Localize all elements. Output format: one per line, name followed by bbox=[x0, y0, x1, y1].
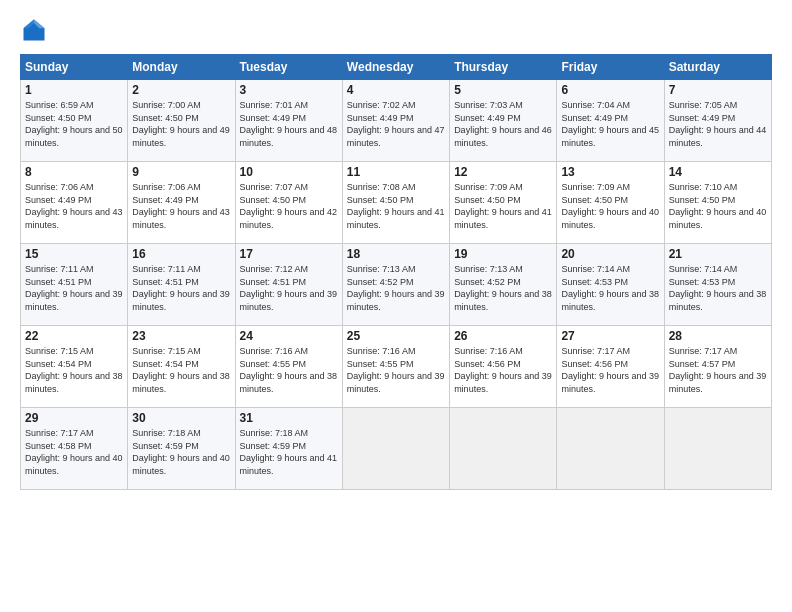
day-number: 8 bbox=[25, 165, 123, 179]
day-info: Sunrise: 7:06 AMSunset: 4:49 PMDaylight:… bbox=[25, 182, 123, 230]
calendar-cell: 26 Sunrise: 7:16 AMSunset: 4:56 PMDaylig… bbox=[450, 326, 557, 408]
calendar-cell: 3 Sunrise: 7:01 AMSunset: 4:49 PMDayligh… bbox=[235, 80, 342, 162]
calendar-cell: 12 Sunrise: 7:09 AMSunset: 4:50 PMDaylig… bbox=[450, 162, 557, 244]
calendar-cell: 19 Sunrise: 7:13 AMSunset: 4:52 PMDaylig… bbox=[450, 244, 557, 326]
calendar-cell: 4 Sunrise: 7:02 AMSunset: 4:49 PMDayligh… bbox=[342, 80, 449, 162]
day-info: Sunrise: 7:05 AMSunset: 4:49 PMDaylight:… bbox=[669, 100, 767, 148]
day-info: Sunrise: 7:00 AMSunset: 4:50 PMDaylight:… bbox=[132, 100, 230, 148]
page: SundayMondayTuesdayWednesdayThursdayFrid… bbox=[0, 0, 792, 612]
calendar-cell: 10 Sunrise: 7:07 AMSunset: 4:50 PMDaylig… bbox=[235, 162, 342, 244]
day-number: 18 bbox=[347, 247, 445, 261]
day-info: Sunrise: 7:10 AMSunset: 4:50 PMDaylight:… bbox=[669, 182, 767, 230]
calendar-cell: 15 Sunrise: 7:11 AMSunset: 4:51 PMDaylig… bbox=[21, 244, 128, 326]
day-info: Sunrise: 7:14 AMSunset: 4:53 PMDaylight:… bbox=[561, 264, 659, 312]
day-number: 26 bbox=[454, 329, 552, 343]
calendar-cell: 5 Sunrise: 7:03 AMSunset: 4:49 PMDayligh… bbox=[450, 80, 557, 162]
day-info: Sunrise: 7:16 AMSunset: 4:56 PMDaylight:… bbox=[454, 346, 552, 394]
day-info: Sunrise: 7:06 AMSunset: 4:49 PMDaylight:… bbox=[132, 182, 230, 230]
calendar-week-3: 15 Sunrise: 7:11 AMSunset: 4:51 PMDaylig… bbox=[21, 244, 772, 326]
day-info: Sunrise: 7:04 AMSunset: 4:49 PMDaylight:… bbox=[561, 100, 659, 148]
day-number: 17 bbox=[240, 247, 338, 261]
day-number: 27 bbox=[561, 329, 659, 343]
header-wednesday: Wednesday bbox=[342, 55, 449, 80]
day-number: 20 bbox=[561, 247, 659, 261]
calendar-cell: 20 Sunrise: 7:14 AMSunset: 4:53 PMDaylig… bbox=[557, 244, 664, 326]
day-info: Sunrise: 7:02 AMSunset: 4:49 PMDaylight:… bbox=[347, 100, 445, 148]
calendar-cell: 1 Sunrise: 6:59 AMSunset: 4:50 PMDayligh… bbox=[21, 80, 128, 162]
day-info: Sunrise: 7:09 AMSunset: 4:50 PMDaylight:… bbox=[561, 182, 659, 230]
calendar-cell: 25 Sunrise: 7:16 AMSunset: 4:55 PMDaylig… bbox=[342, 326, 449, 408]
day-number: 30 bbox=[132, 411, 230, 425]
calendar-header-row: SundayMondayTuesdayWednesdayThursdayFrid… bbox=[21, 55, 772, 80]
day-number: 14 bbox=[669, 165, 767, 179]
calendar-cell: 22 Sunrise: 7:15 AMSunset: 4:54 PMDaylig… bbox=[21, 326, 128, 408]
logo-icon bbox=[20, 16, 48, 44]
calendar-cell: 21 Sunrise: 7:14 AMSunset: 4:53 PMDaylig… bbox=[664, 244, 771, 326]
day-info: Sunrise: 7:03 AMSunset: 4:49 PMDaylight:… bbox=[454, 100, 552, 148]
day-number: 23 bbox=[132, 329, 230, 343]
calendar-week-5: 29 Sunrise: 7:17 AMSunset: 4:58 PMDaylig… bbox=[21, 408, 772, 490]
calendar-cell: 9 Sunrise: 7:06 AMSunset: 4:49 PMDayligh… bbox=[128, 162, 235, 244]
header-sunday: Sunday bbox=[21, 55, 128, 80]
day-info: Sunrise: 7:14 AMSunset: 4:53 PMDaylight:… bbox=[669, 264, 767, 312]
calendar-cell: 23 Sunrise: 7:15 AMSunset: 4:54 PMDaylig… bbox=[128, 326, 235, 408]
day-info: Sunrise: 7:11 AMSunset: 4:51 PMDaylight:… bbox=[132, 264, 230, 312]
day-info: Sunrise: 7:08 AMSunset: 4:50 PMDaylight:… bbox=[347, 182, 445, 230]
calendar-cell: 2 Sunrise: 7:00 AMSunset: 4:50 PMDayligh… bbox=[128, 80, 235, 162]
calendar-cell: 24 Sunrise: 7:16 AMSunset: 4:55 PMDaylig… bbox=[235, 326, 342, 408]
calendar-cell bbox=[557, 408, 664, 490]
calendar-cell: 11 Sunrise: 7:08 AMSunset: 4:50 PMDaylig… bbox=[342, 162, 449, 244]
day-info: Sunrise: 7:15 AMSunset: 4:54 PMDaylight:… bbox=[132, 346, 230, 394]
calendar-week-2: 8 Sunrise: 7:06 AMSunset: 4:49 PMDayligh… bbox=[21, 162, 772, 244]
calendar-cell: 31 Sunrise: 7:18 AMSunset: 4:59 PMDaylig… bbox=[235, 408, 342, 490]
day-number: 19 bbox=[454, 247, 552, 261]
day-info: Sunrise: 7:15 AMSunset: 4:54 PMDaylight:… bbox=[25, 346, 123, 394]
calendar-week-1: 1 Sunrise: 6:59 AMSunset: 4:50 PMDayligh… bbox=[21, 80, 772, 162]
day-info: Sunrise: 7:13 AMSunset: 4:52 PMDaylight:… bbox=[347, 264, 445, 312]
day-info: Sunrise: 7:17 AMSunset: 4:58 PMDaylight:… bbox=[25, 428, 123, 476]
logo bbox=[20, 16, 52, 44]
calendar-cell: 6 Sunrise: 7:04 AMSunset: 4:49 PMDayligh… bbox=[557, 80, 664, 162]
day-number: 13 bbox=[561, 165, 659, 179]
day-number: 1 bbox=[25, 83, 123, 97]
day-number: 15 bbox=[25, 247, 123, 261]
day-number: 24 bbox=[240, 329, 338, 343]
day-info: Sunrise: 7:18 AMSunset: 4:59 PMDaylight:… bbox=[132, 428, 230, 476]
day-number: 25 bbox=[347, 329, 445, 343]
calendar-cell: 14 Sunrise: 7:10 AMSunset: 4:50 PMDaylig… bbox=[664, 162, 771, 244]
day-info: Sunrise: 7:11 AMSunset: 4:51 PMDaylight:… bbox=[25, 264, 123, 312]
day-number: 10 bbox=[240, 165, 338, 179]
calendar-cell: 27 Sunrise: 7:17 AMSunset: 4:56 PMDaylig… bbox=[557, 326, 664, 408]
header-monday: Monday bbox=[128, 55, 235, 80]
day-number: 12 bbox=[454, 165, 552, 179]
calendar-cell: 17 Sunrise: 7:12 AMSunset: 4:51 PMDaylig… bbox=[235, 244, 342, 326]
calendar-cell bbox=[664, 408, 771, 490]
day-number: 21 bbox=[669, 247, 767, 261]
day-info: Sunrise: 6:59 AMSunset: 4:50 PMDaylight:… bbox=[25, 100, 123, 148]
calendar-cell bbox=[450, 408, 557, 490]
day-number: 6 bbox=[561, 83, 659, 97]
day-info: Sunrise: 7:16 AMSunset: 4:55 PMDaylight:… bbox=[347, 346, 445, 394]
calendar-cell: 28 Sunrise: 7:17 AMSunset: 4:57 PMDaylig… bbox=[664, 326, 771, 408]
header-saturday: Saturday bbox=[664, 55, 771, 80]
calendar-week-4: 22 Sunrise: 7:15 AMSunset: 4:54 PMDaylig… bbox=[21, 326, 772, 408]
day-number: 2 bbox=[132, 83, 230, 97]
header-thursday: Thursday bbox=[450, 55, 557, 80]
day-number: 29 bbox=[25, 411, 123, 425]
day-number: 4 bbox=[347, 83, 445, 97]
calendar-cell: 29 Sunrise: 7:17 AMSunset: 4:58 PMDaylig… bbox=[21, 408, 128, 490]
day-info: Sunrise: 7:09 AMSunset: 4:50 PMDaylight:… bbox=[454, 182, 552, 230]
calendar-cell: 16 Sunrise: 7:11 AMSunset: 4:51 PMDaylig… bbox=[128, 244, 235, 326]
day-info: Sunrise: 7:13 AMSunset: 4:52 PMDaylight:… bbox=[454, 264, 552, 312]
day-number: 31 bbox=[240, 411, 338, 425]
day-info: Sunrise: 7:07 AMSunset: 4:50 PMDaylight:… bbox=[240, 182, 338, 230]
day-number: 22 bbox=[25, 329, 123, 343]
calendar-cell: 18 Sunrise: 7:13 AMSunset: 4:52 PMDaylig… bbox=[342, 244, 449, 326]
header-friday: Friday bbox=[557, 55, 664, 80]
day-info: Sunrise: 7:16 AMSunset: 4:55 PMDaylight:… bbox=[240, 346, 338, 394]
day-number: 28 bbox=[669, 329, 767, 343]
day-number: 3 bbox=[240, 83, 338, 97]
calendar-cell: 13 Sunrise: 7:09 AMSunset: 4:50 PMDaylig… bbox=[557, 162, 664, 244]
day-info: Sunrise: 7:17 AMSunset: 4:56 PMDaylight:… bbox=[561, 346, 659, 394]
day-number: 7 bbox=[669, 83, 767, 97]
